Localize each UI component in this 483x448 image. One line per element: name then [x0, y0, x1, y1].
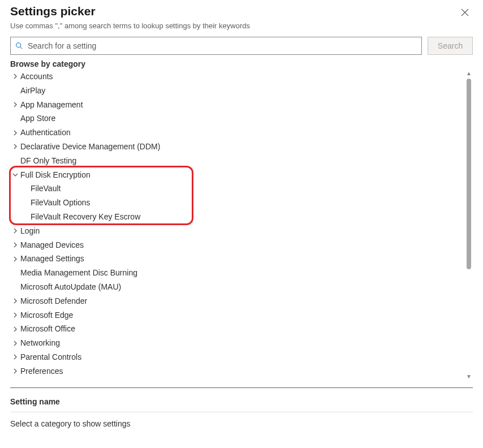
category-node[interactable]: Microsoft Office: [10, 322, 463, 336]
category-tree-scroll[interactable]: AccountsAirPlayApp ManagementApp StoreAu…: [10, 70, 473, 381]
close-icon: [461, 8, 469, 16]
category-label: App Management: [20, 100, 83, 110]
category-label: Microsoft Edge: [20, 311, 73, 320]
subcategory-node[interactable]: FileVault Recovery Key Escrow: [20, 210, 463, 224]
browse-by-category-label: Browse by category: [10, 59, 473, 68]
category-node[interactable]: Authentication: [10, 126, 463, 140]
category-node[interactable]: Managed Devices: [10, 238, 463, 252]
scrollbar[interactable]: ▲ ▼: [465, 70, 473, 381]
category-node[interactable]: Microsoft AutoUpdate (MAU): [10, 280, 463, 294]
category-node[interactable]: Preferences: [10, 364, 463, 378]
panel-subtitle: Use commas "," among search terms to loo…: [10, 21, 473, 30]
panel-title: Settings picker: [10, 5, 96, 18]
category-node[interactable]: Microsoft Defender: [10, 294, 463, 308]
settings-picker-panel: Settings picker Use commas "," among sea…: [0, 0, 483, 448]
category-node[interactable]: App Management: [10, 98, 463, 112]
category-node[interactable]: Networking: [10, 336, 463, 350]
category-label: DF Only Testing: [20, 156, 76, 166]
category-children: FileVaultFileVault OptionsFileVault Reco…: [10, 182, 463, 223]
category-label: Microsoft Defender: [20, 296, 87, 306]
subcategory-node[interactable]: FileVault: [20, 182, 463, 196]
chevron-right-icon: [10, 102, 20, 107]
svg-line-1: [20, 47, 23, 49]
subcategory-label: FileVault Recovery Key Escrow: [31, 212, 140, 222]
category-label: Login: [20, 226, 40, 236]
chevron-right-icon: [10, 256, 20, 262]
setting-name-placeholder: Select a category to show settings: [10, 412, 473, 435]
subcategory-label: FileVault Options: [31, 198, 90, 208]
close-button[interactable]: [457, 5, 473, 20]
search-input[interactable]: [27, 41, 417, 51]
category-node[interactable]: Microsoft Edge: [10, 308, 463, 322]
category-node[interactable]: Parental Controls: [10, 350, 463, 364]
setting-name-heading: Setting name: [10, 388, 473, 412]
search-button[interactable]: Search: [428, 37, 473, 55]
category-label: Microsoft Office: [20, 324, 75, 334]
chevron-right-icon: [10, 368, 20, 374]
subcategory-node[interactable]: FileVault Options: [20, 196, 463, 210]
chevron-down-icon: [10, 172, 20, 178]
category-label: Full Disk Encryption: [20, 170, 90, 180]
chevron-right-icon: [10, 242, 20, 248]
chevron-right-icon: [10, 130, 20, 136]
category-label: Preferences: [20, 367, 63, 376]
scroll-thumb[interactable]: [467, 79, 471, 269]
category-label: Managed Settings: [20, 254, 84, 264]
scroll-up-arrow-icon[interactable]: ▲: [466, 70, 472, 77]
category-node[interactable]: DF Only Testing: [10, 154, 463, 168]
category-node[interactable]: Full Disk Encryption: [10, 168, 463, 182]
chevron-right-icon: [10, 326, 20, 332]
category-tree: AccountsAirPlayApp ManagementApp StoreAu…: [10, 70, 463, 378]
svg-point-0: [16, 43, 21, 48]
category-label: Declarative Device Management (DDM): [20, 142, 160, 152]
category-node[interactable]: Declarative Device Management (DDM): [10, 140, 463, 154]
search-box[interactable]: [10, 37, 422, 55]
subcategory-label: FileVault: [31, 184, 61, 193]
chevron-right-icon: [10, 144, 20, 149]
chevron-right-icon: [10, 298, 20, 304]
category-node[interactable]: Login: [10, 224, 463, 238]
category-label: Media Management Disc Burning: [20, 268, 137, 278]
category-node[interactable]: App Store: [10, 111, 463, 126]
category-tree-container: AccountsAirPlayApp ManagementApp StoreAu…: [10, 70, 473, 381]
chevron-right-icon: [10, 354, 20, 360]
chevron-right-icon: [10, 228, 20, 234]
category-node[interactable]: Managed Settings: [10, 252, 463, 266]
category-label: Authentication: [20, 128, 71, 137]
category-label: Networking: [20, 338, 60, 348]
scroll-track[interactable]: [467, 79, 471, 372]
category-label: Microsoft AutoUpdate (MAU): [20, 282, 121, 292]
search-row: Search: [10, 37, 473, 55]
category-label: Accounts: [20, 72, 53, 81]
category-node[interactable]: Accounts: [10, 70, 463, 84]
search-icon: [15, 42, 23, 50]
category-label: Parental Controls: [20, 352, 81, 362]
category-node[interactable]: AirPlay: [10, 84, 463, 98]
category-label: AirPlay: [20, 86, 45, 96]
chevron-right-icon: [10, 74, 20, 79]
header-row: Settings picker: [10, 5, 473, 20]
chevron-right-icon: [10, 341, 20, 346]
chevron-right-icon: [10, 312, 20, 318]
scroll-down-arrow-icon[interactable]: ▼: [466, 373, 472, 381]
category-label: Managed Devices: [20, 240, 84, 250]
category-node[interactable]: Media Management Disc Burning: [10, 266, 463, 280]
category-label: App Store: [20, 114, 55, 123]
